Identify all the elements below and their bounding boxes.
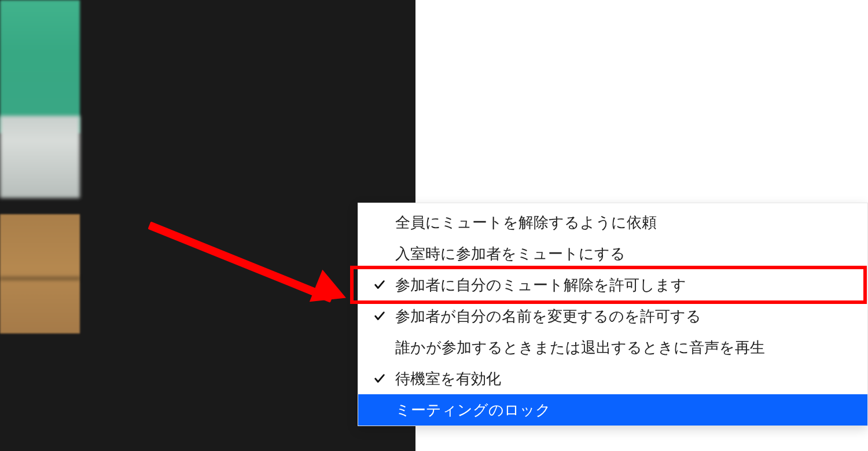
video-background-green: [0, 0, 80, 133]
menu-item-ask-all-unmute[interactable]: 全員にミュートを解除するように依頼: [358, 207, 867, 238]
menu-item-label: 待機室を有効化: [395, 368, 862, 389]
check-icon: [364, 372, 395, 385]
menu-item-allow-unmute[interactable]: 参加者に自分のミュート解除を許可します: [358, 269, 867, 300]
video-background-sheet: [0, 116, 80, 198]
menu-item-label: 参加者に自分のミュート解除を許可します: [395, 274, 862, 295]
menu-item-mute-on-entry[interactable]: 入室時に参加者をミュートにする: [358, 238, 867, 269]
menu-item-label: 誰かが参加するときまたは退出するときに音声を再生: [395, 337, 862, 358]
menu-item-enable-waiting-room[interactable]: 待機室を有効化: [358, 363, 867, 394]
menu-item-label: 入室時に参加者をミュートにする: [395, 243, 862, 264]
participants-options-menu: 全員にミュートを解除するように依頼 入室時に参加者をミュートにする 参加者に自分…: [358, 203, 868, 426]
menu-item-join-leave-sound[interactable]: 誰かが参加するときまたは退出するときに音声を再生: [358, 332, 867, 363]
menu-item-lock-meeting[interactable]: ミーティングのロック: [358, 394, 867, 426]
app-dark-area: [0, 0, 415, 451]
video-thumbnail: [0, 0, 80, 331]
menu-item-label: 全員にミュートを解除するように依頼: [395, 212, 862, 233]
menu-item-allow-rename[interactable]: 参加者が自分の名前を変更するのを許可する: [358, 300, 867, 332]
menu-item-label: ミーティングのロック: [395, 399, 862, 420]
menu-item-label: 参加者が自分の名前を変更するのを許可する: [395, 306, 862, 327]
check-icon: [364, 278, 395, 291]
check-icon: [364, 310, 395, 322]
video-background-wood: [0, 214, 80, 333]
